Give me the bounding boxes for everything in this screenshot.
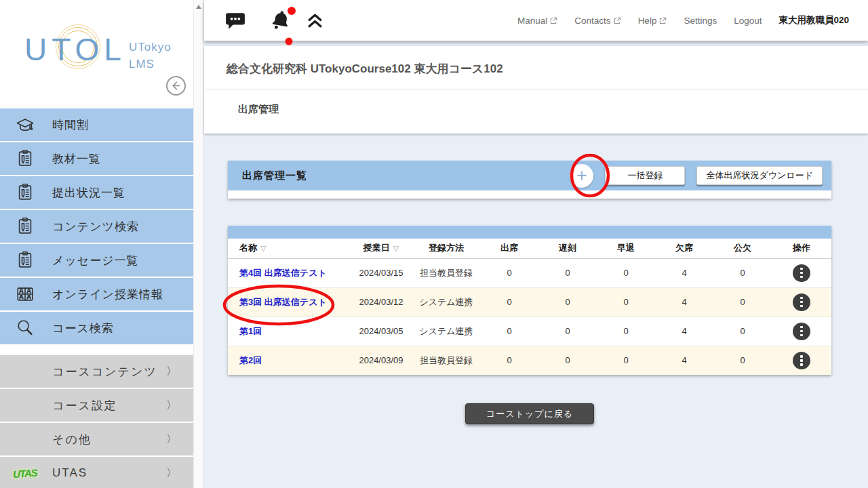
magnifier-icon	[14, 317, 36, 339]
external-link-icon	[550, 17, 557, 24]
app-logo: UTOL	[24, 31, 126, 68]
column-header-method: 登録方法	[412, 239, 480, 258]
table-top-strip	[228, 226, 831, 239]
course-title: 総合文化研究科 UTokyoCourse102 東大用コース102	[204, 46, 868, 89]
table-row: 第1回 2024/03/05 システム連携 0 0 0 4 0	[228, 317, 831, 346]
column-header-excused: 公欠	[713, 239, 772, 258]
row-actions-menu-button[interactable]	[793, 323, 810, 340]
nav-logout-link[interactable]: Logout	[734, 16, 762, 26]
attendance-table: 名称▽ 授業日▽ 登録方法 出席 遅刻 早退 欠席 公欠 操作 第4回 出席送信…	[228, 239, 831, 375]
main-area: Manual Contacts Help Settings Logout 東大用…	[204, 0, 868, 488]
sidebar-scrollbar[interactable]	[193, 0, 203, 488]
download-all-attendance-button[interactable]: 全体出席状況ダウンロード	[696, 166, 823, 185]
back-to-course-top-button[interactable]: コーストップに戻る	[465, 403, 594, 424]
row-actions-menu-button[interactable]	[793, 352, 810, 369]
row-actions-menu-button[interactable]	[793, 264, 810, 282]
column-header-early-leave: 早退	[597, 239, 655, 258]
chevron-right-icon: 〉	[166, 432, 177, 447]
table-row: 第3回 出席送信テスト 2024/03/12 システム連携 0 0 0 4 0	[228, 287, 831, 317]
graduation-cap-icon	[14, 114, 36, 136]
attendance-list-header: 出席管理一覧 + 一括登録 全体出席状況ダウンロード	[228, 161, 831, 190]
sidebar-item-course-settings[interactable]: コース設定 〉	[0, 389, 193, 422]
arrow-left-icon	[170, 80, 182, 92]
column-header-late: 遅刻	[538, 239, 597, 258]
chat-icon[interactable]	[225, 11, 245, 30]
sidebar-item-course-contents[interactable]: コースコンテンツ 〉	[0, 355, 193, 388]
logo-area: UTOL UTokyo LMS	[0, 0, 193, 108]
column-header-absent: 欠席	[655, 239, 713, 258]
chevron-right-icon: 〉	[166, 365, 177, 379]
chevron-right-icon: 〉	[166, 466, 177, 481]
nav-settings-link[interactable]: Settings	[684, 16, 717, 26]
row-actions-menu-button[interactable]	[793, 293, 810, 311]
clipboard-icon	[14, 216, 36, 237]
attendance-list-card-body	[228, 190, 831, 199]
nav-help-link[interactable]: Help	[638, 16, 667, 26]
topbar-nav: Manual Contacts Help Settings Logout 東大用…	[517, 14, 868, 26]
bulk-register-button[interactable]: 一括登録	[605, 166, 685, 185]
sidebar-item-content-search[interactable]: コンテンツ検索	[0, 210, 193, 243]
table-row: 第4回 出席送信テスト 2024/03/15 担当教員登録 0 0 0 4 0	[228, 258, 831, 287]
nav-contacts-link[interactable]: Contacts	[574, 16, 620, 26]
sidebar-item-messages[interactable]: メッセージ一覧	[0, 244, 193, 277]
sidebar-item-materials[interactable]: 教材一覧	[0, 142, 193, 175]
external-link-icon	[659, 17, 667, 24]
attendance-item-link[interactable]: 第3回 出席送信テスト	[239, 297, 327, 307]
table-header-row: 名称▽ 授業日▽ 登録方法 出席 遅刻 早退 欠席 公欠 操作	[228, 239, 831, 258]
collapse-up-icon[interactable]	[307, 13, 323, 28]
nav-manual-link[interactable]: Manual	[517, 16, 557, 26]
sidebar-divider	[0, 346, 193, 355]
column-header-date[interactable]: 授業日▽	[350, 239, 412, 258]
sidebar-item-timetable[interactable]: 時間割	[0, 108, 193, 141]
attendance-item-link[interactable]: 第1回	[239, 326, 262, 336]
column-header-attendance: 出席	[480, 239, 538, 258]
attendance-table-card: 名称▽ 授業日▽ 登録方法 出席 遅刻 早退 欠席 公欠 操作 第4回 出席送信…	[228, 226, 831, 375]
sort-icon: ▽	[393, 244, 399, 252]
scroll-up-icon[interactable]	[196, 5, 201, 9]
column-header-name[interactable]: 名称▽	[228, 239, 350, 258]
sidebar: UTOL UTokyo LMS 時間割 教材一覧 提出状況一覧	[0, 0, 193, 488]
sidebar-item-utas[interactable]: UTAS UTAS 〉	[0, 457, 193, 488]
sidebar-item-online-class-info[interactable]: オンライン授業情報	[0, 278, 193, 310]
notification-dot	[288, 7, 296, 15]
attendance-item-link[interactable]: 第2回	[239, 355, 262, 365]
sidebar-item-submission-status[interactable]: 提出状況一覧	[0, 176, 193, 209]
sidebar-main-menu: 時間割 教材一覧 提出状況一覧 コンテンツ検索 メッセージ一覧	[0, 108, 193, 488]
clipboard-icon	[14, 148, 36, 169]
column-header-actions: 操作	[772, 239, 831, 258]
clipboard-icon	[14, 182, 36, 203]
attendance-item-link[interactable]: 第4回 出席送信テスト	[239, 268, 327, 278]
external-link-icon	[614, 17, 621, 24]
clipboard-icon	[14, 249, 36, 271]
table-row: 第2回 2024/03/09 担当教員登録 0 0 0 4 0	[228, 346, 831, 375]
sidebar-item-others[interactable]: その他 〉	[0, 423, 193, 455]
add-attendance-button[interactable]: +	[570, 164, 593, 188]
bell-icon[interactable]	[269, 9, 292, 32]
topbar: Manual Contacts Help Settings Logout 東大用…	[204, 0, 868, 41]
attendance-list-card: 出席管理一覧 + 一括登録 全体出席状況ダウンロード	[228, 161, 831, 199]
video-grid-icon	[14, 283, 36, 305]
sidebar-item-course-search[interactable]: コース検索	[0, 312, 193, 344]
attendance-list-title: 出席管理一覧	[242, 169, 307, 182]
sidebar-collapse-button[interactable]	[166, 76, 186, 96]
chevron-right-icon: 〉	[166, 399, 177, 413]
sort-icon: ▽	[260, 244, 266, 252]
page-header-panel: 総合文化研究科 UTokyoCourse102 東大用コース102 出席管理	[204, 46, 868, 134]
utas-logo-icon: UTAS	[14, 462, 36, 484]
username-label: 東大用教職員020	[778, 14, 849, 26]
app-logo-subtitle: UTokyo LMS	[129, 39, 172, 73]
page-title: 出席管理	[204, 89, 868, 116]
